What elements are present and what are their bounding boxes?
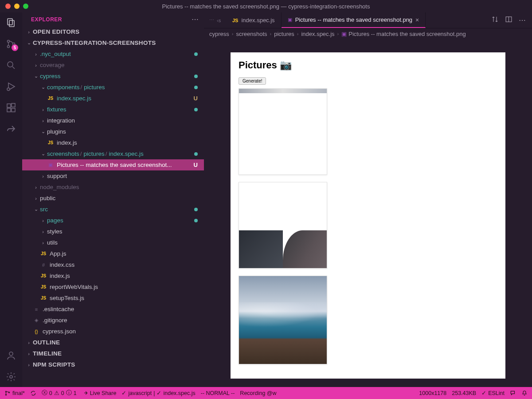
minimize-window[interactable]	[14, 4, 20, 9]
file-index-spec[interactable]: JSindex.spec.jsU	[22, 93, 204, 104]
folder-integration[interactable]: ›integration	[22, 115, 204, 126]
gitignore-icon: ◈	[33, 317, 40, 323]
modified-dot-icon	[194, 86, 198, 89]
svg-point-6	[7, 88, 10, 91]
status-branch[interactable]: final*	[4, 390, 25, 396]
folder-fixtures[interactable]: ›fixtures	[22, 104, 204, 115]
preview-card-1	[239, 88, 327, 175]
folder-public[interactable]: ›public	[22, 193, 204, 204]
image-preview[interactable]: Pictures 📷 Generate!	[204, 39, 532, 387]
svg-point-3	[8, 46, 10, 48]
section-timeline[interactable]: ›TIMELINE	[22, 348, 204, 359]
section-project[interactable]: ⌄CYPRESS-INTEGRATION-SCREENSHOTS	[22, 37, 204, 48]
extensions-icon[interactable]	[5, 102, 17, 114]
css-file-icon: #	[40, 262, 47, 268]
file-index-css[interactable]: #index.css	[22, 259, 204, 270]
untracked-marker: U	[194, 95, 198, 102]
status-feedback-icon[interactable]	[510, 390, 516, 396]
file-src-index-js[interactable]: JSindex.js	[22, 270, 204, 281]
file-cypress-json[interactable]: {}cypress.json	[22, 326, 204, 337]
file-gitignore[interactable]: ◈.gitignore	[22, 315, 204, 326]
js-file-icon: JS	[40, 251, 47, 256]
window-title: Pictures -- matches the saved screenshot…	[162, 3, 370, 10]
tab-index-spec[interactable]: JSindex.spec.js	[226, 12, 282, 28]
folder-src[interactable]: ⌄src	[22, 204, 204, 215]
preview-content: Pictures 📷 Generate!	[231, 52, 505, 379]
file-eslintcache[interactable]: ≡.eslintcache	[22, 304, 204, 315]
modified-dot-icon	[194, 52, 198, 56]
settings-icon[interactable]	[5, 371, 17, 383]
folder-utils[interactable]: ›utils	[22, 237, 204, 248]
explorer-icon[interactable]	[5, 17, 17, 28]
tab-more-icon[interactable]: ⋯	[519, 16, 526, 24]
scm-icon[interactable]: 5	[5, 38, 17, 50]
modified-dot-icon	[194, 219, 198, 222]
preview-card-2	[239, 182, 327, 269]
status-recording: Recording @w	[240, 390, 276, 396]
status-dimensions: 1000x1178	[419, 390, 446, 396]
untracked-marker: U	[194, 162, 198, 168]
svg-rect-0	[8, 19, 12, 25]
status-live-share[interactable]: Live Share	[82, 390, 117, 396]
js-file-icon: JS	[40, 284, 47, 289]
folder-screenshots[interactable]: ⌄screenshots/pictures/index.spec.js	[22, 148, 204, 159]
editor-area: ⋯ ‹s JSindex.spec.js ▣Pictures -- matche…	[204, 12, 532, 387]
image-file-icon: ▣	[341, 31, 347, 37]
svg-rect-7	[7, 104, 11, 107]
status-vim-mode: -- NORMAL --	[201, 390, 235, 396]
folder-node-modules[interactable]: ›node_modules	[22, 182, 204, 193]
svg-point-11	[9, 352, 13, 356]
compare-icon[interactable]	[491, 16, 499, 25]
explorer-sidebar: EXPLORER ⋯ ›OPEN EDITORS ⌄CYPRESS-INTEGR…	[22, 12, 204, 387]
folder-coverage[interactable]: ›coverage	[22, 59, 204, 71]
tab-screenshot-png[interactable]: ▣Pictures -- matches the saved screensho…	[282, 12, 426, 28]
text-file-icon: ≡	[33, 307, 40, 312]
svg-point-14	[5, 391, 6, 392]
svg-point-12	[10, 375, 12, 378]
tab-bar: ⋯ ‹s JSindex.spec.js ▣Pictures -- matche…	[204, 12, 532, 28]
svg-rect-1	[9, 20, 14, 27]
folder-pages[interactable]: ›pages	[22, 215, 204, 226]
folder-components-pictures[interactable]: ⌄components/pictures	[22, 82, 204, 93]
section-open-editors[interactable]: ›OPEN EDITORS	[22, 26, 204, 37]
title-bar: Pictures -- matches the saved screenshot…	[0, 0, 532, 12]
json-file-icon: {}	[33, 329, 40, 334]
status-eslint[interactable]: ✓ESLint	[481, 390, 505, 396]
file-app-js[interactable]: JSApp.js	[22, 248, 204, 259]
status-filesize: 253.43KB	[452, 390, 476, 396]
status-language[interactable]: ✓javascript|✓index.spec.js	[121, 390, 195, 396]
breadcrumbs[interactable]: cypress› screenshots› pictures› index.sp…	[204, 28, 532, 39]
section-npm[interactable]: ›NPM SCRIPTS	[22, 359, 204, 370]
debug-icon[interactable]	[5, 81, 17, 92]
status-sync[interactable]	[30, 390, 36, 396]
svg-rect-10	[12, 103, 15, 107]
close-window[interactable]	[5, 4, 11, 9]
status-bell-icon[interactable]	[521, 390, 528, 396]
close-tab-icon[interactable]: ×	[415, 16, 419, 24]
status-problems[interactable]: ⓧ0⚠0ⓘ1	[42, 389, 77, 397]
tabs-overflow[interactable]: ⋯ ‹s	[204, 12, 226, 28]
folder-cypress[interactable]: ⌄cypress	[22, 71, 204, 82]
svg-point-16	[8, 392, 9, 393]
folder-plugins[interactable]: ⌄plugins	[22, 126, 204, 137]
folder-nyc[interactable]: ›.nyc_output	[22, 48, 204, 59]
zoom-window[interactable]	[23, 4, 28, 9]
explorer-more-icon[interactable]: ⋯	[192, 15, 199, 24]
file-setup-tests[interactable]: JSsetupTests.js	[22, 292, 204, 304]
preview-card-3	[239, 276, 327, 364]
section-outline[interactable]: ›OUTLINE	[22, 337, 204, 348]
file-screenshot-png[interactable]: ▣Pictures -- matches the saved screensho…	[22, 159, 204, 170]
file-plugins-index[interactable]: JSindex.js	[22, 137, 204, 148]
status-bar: final* ⓧ0⚠0ⓘ1 Live Share ✓javascript|✓in…	[0, 387, 532, 399]
account-icon[interactable]	[5, 350, 17, 361]
file-report-webvitals[interactable]: JSreportWebVitals.js	[22, 281, 204, 292]
svg-point-2	[8, 40, 10, 43]
folder-styles[interactable]: ›styles	[22, 226, 204, 237]
folder-support[interactable]: ›support	[22, 170, 204, 182]
share-icon[interactable]	[5, 123, 17, 135]
search-icon[interactable]	[5, 59, 17, 71]
split-editor-icon[interactable]	[505, 16, 512, 25]
modified-dot-icon	[194, 108, 198, 111]
js-file-icon: JS	[40, 273, 47, 278]
image-file-icon: ▣	[47, 162, 54, 168]
